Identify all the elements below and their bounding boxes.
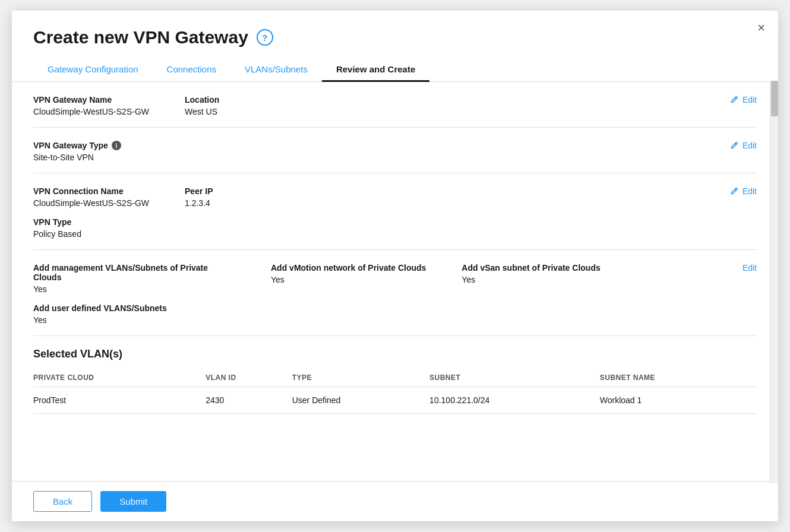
cell-private-cloud: ProdTest: [33, 387, 206, 414]
col-header-vlan-id: VLAN ID: [206, 369, 292, 387]
vpn-connection-name-value: CloudSimple-WestUS-S2S-GW: [33, 198, 149, 208]
close-button[interactable]: ×: [757, 21, 765, 34]
col-header-private-cloud: PRIVATE CLOUD: [33, 369, 206, 387]
cell-subnet-name: Workload 1: [600, 387, 757, 414]
edit-section1[interactable]: Edit: [729, 95, 757, 104]
cell-subnet: 10.100.221.0/24: [429, 387, 600, 414]
field-add-vsan: Add vSan subnet of Private Clouds Yes: [462, 263, 600, 294]
add-user-label: Add user defined VLANS/Subnets: [33, 303, 167, 313]
tab-gateway-configuration[interactable]: Gateway Configuration: [33, 58, 153, 82]
field-peer-ip: Peer IP 1.2.3.4: [185, 186, 213, 208]
edit-label-1: Edit: [742, 95, 757, 104]
modal-title: Create new VPN Gateway: [33, 27, 248, 48]
vpn-type-label: VPN Type: [33, 217, 81, 227]
scrollbar-track: [770, 81, 778, 483]
create-vpn-gateway-modal: × Create new VPN Gateway ? Gateway Confi…: [12, 11, 778, 521]
cell-type: User Defined: [292, 387, 429, 414]
tab-review-create[interactable]: Review and Create: [322, 58, 429, 82]
add-mgmt-label: Add management VLANs/Subnets of Private …: [33, 263, 235, 282]
vlan-table: PRIVATE CLOUD VLAN ID TYPE SUBNET SUBNET…: [33, 369, 757, 414]
info-icon[interactable]: i: [112, 141, 121, 150]
table-header-row: PRIVATE CLOUD VLAN ID TYPE SUBNET SUBNET…: [33, 369, 757, 387]
field-vpn-gateway-type: VPN Gateway Type i Site-to-Site VPN: [33, 141, 121, 162]
field-vpn-type: VPN Type Policy Based: [33, 217, 81, 239]
col-header-subnet-name: SUBNET NAME: [600, 369, 757, 387]
col-header-type: TYPE: [292, 369, 429, 387]
edit-icon-3: [729, 186, 739, 196]
fields-row-2: VPN Gateway Type i Site-to-Site VPN: [33, 141, 757, 162]
add-vsan-value: Yes: [462, 275, 600, 284]
fields-row-3a: VPN Connection Name CloudSimple-WestUS-S…: [33, 186, 757, 208]
help-icon[interactable]: ?: [257, 29, 273, 46]
field-location: Location West US: [185, 95, 219, 116]
location-label: Location: [185, 95, 219, 104]
add-vmotion-label: Add vMotion network of Private Clouds: [271, 263, 426, 273]
modal-footer: Back Submit: [12, 481, 778, 521]
field-vpn-gateway-name: VPN Gateway Name CloudSimple-WestUS-S2S-…: [33, 95, 149, 116]
section-gateway-name: VPN Gateway Name CloudSimple-WestUS-S2S-…: [33, 82, 757, 128]
tab-vlans-subnets[interactable]: VLANs/Subnets: [230, 58, 322, 82]
submit-button[interactable]: Submit: [100, 491, 166, 512]
field-add-vmotion: Add vMotion network of Private Clouds Ye…: [271, 263, 426, 294]
vpn-type-value: Policy Based: [33, 229, 81, 239]
edit-section3[interactable]: Edit: [729, 186, 757, 196]
field-add-mgmt: Add management VLANs/Subnets of Private …: [33, 263, 235, 294]
peer-ip-value: 1.2.3.4: [185, 198, 213, 208]
vpn-gateway-type-label: VPN Gateway Type i: [33, 141, 121, 150]
scrollbar-thumb[interactable]: [771, 81, 778, 116]
title-row: Create new VPN Gateway ?: [33, 27, 757, 48]
add-mgmt-value: Yes: [33, 284, 235, 294]
edit-section4[interactable]: Edit: [739, 263, 757, 273]
vlans-fields-row2: Add user defined VLANS/Subnets Yes: [33, 303, 757, 325]
modal-body: VPN Gateway Name CloudSimple-WestUS-S2S-…: [12, 82, 778, 481]
vpn-connection-name-label: VPN Connection Name: [33, 186, 149, 196]
vlans-fields-row1: Add management VLANs/Subnets of Private …: [33, 263, 757, 294]
edit-icon-2: [729, 141, 739, 150]
back-button[interactable]: Back: [33, 491, 92, 512]
col-header-subnet: SUBNET: [429, 369, 600, 387]
cell-vlan-id: 2430: [206, 387, 292, 414]
vpn-gateway-name-value: CloudSimple-WestUS-S2S-GW: [33, 107, 149, 116]
peer-ip-label: Peer IP: [185, 186, 213, 196]
field-vpn-connection-name: VPN Connection Name CloudSimple-WestUS-S…: [33, 186, 149, 208]
fields-row-1: VPN Gateway Name CloudSimple-WestUS-S2S-…: [33, 95, 757, 116]
add-vmotion-value: Yes: [271, 275, 426, 284]
selected-vlans-section: Selected VLAN(s) PRIVATE CLOUD VLAN ID T…: [33, 336, 757, 414]
edit-label-4: Edit: [742, 263, 757, 273]
tabs: Gateway Configuration Connections VLANs/…: [33, 58, 757, 81]
section-gateway-type: VPN Gateway Type i Site-to-Site VPN Edit: [33, 128, 757, 173]
section-vlan-options: Add management VLANs/Subnets of Private …: [33, 250, 757, 336]
vpn-gateway-name-label: VPN Gateway Name: [33, 95, 149, 104]
field-add-user: Add user defined VLANS/Subnets Yes: [33, 303, 167, 325]
selected-vlans-title: Selected VLAN(s): [33, 348, 757, 360]
add-user-value: Yes: [33, 315, 167, 325]
edit-icon-1: [729, 95, 739, 104]
vpn-gateway-type-value: Site-to-Site VPN: [33, 153, 121, 162]
edit-section2[interactable]: Edit: [729, 141, 757, 150]
location-value: West US: [185, 107, 219, 116]
add-vsan-label: Add vSan subnet of Private Clouds: [462, 263, 600, 273]
table-row: ProdTest 2430 User Defined 10.100.221.0/…: [33, 387, 757, 414]
edit-label-2: Edit: [742, 141, 757, 150]
section-vpn-connection: VPN Connection Name CloudSimple-WestUS-S…: [33, 173, 757, 250]
fields-row-3b: VPN Type Policy Based: [33, 217, 757, 239]
modal-header: × Create new VPN Gateway ? Gateway Confi…: [12, 11, 778, 82]
tab-connections[interactable]: Connections: [153, 58, 230, 82]
edit-label-3: Edit: [742, 186, 757, 196]
